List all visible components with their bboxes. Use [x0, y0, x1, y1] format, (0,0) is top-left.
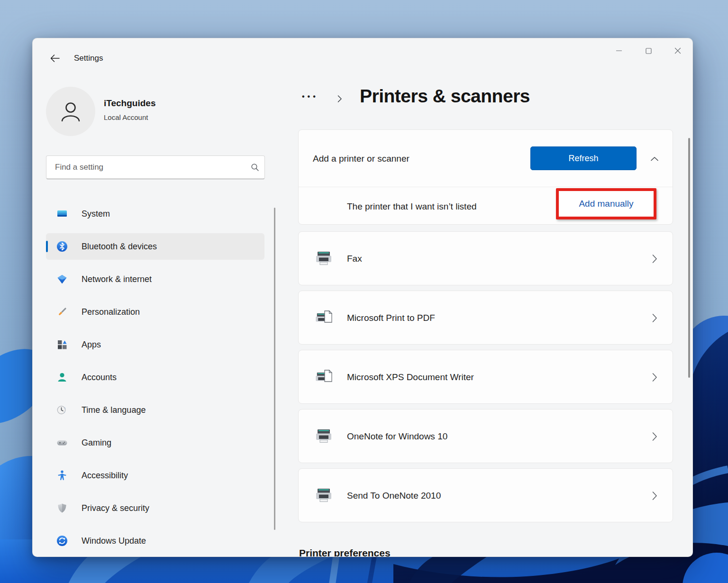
sidebar-item-label: Privacy & security	[82, 503, 149, 513]
user-account-type: Local Account	[104, 113, 148, 121]
printer-name: Fax	[347, 254, 362, 264]
breadcrumb-overflow-button[interactable]: •••	[302, 92, 318, 101]
search-icon	[246, 163, 264, 172]
personalization-icon	[56, 306, 68, 318]
sidebar-item-windows-update[interactable]: Windows Update	[46, 528, 264, 554]
network-icon	[56, 273, 68, 285]
avatar[interactable]	[46, 87, 95, 136]
sidebar-item-label: Gaming	[82, 438, 111, 448]
printer-row-xps-writer[interactable]: Microsoft XPS Document Writer	[298, 350, 673, 404]
gaming-icon	[56, 437, 68, 449]
maximize-icon	[646, 48, 652, 54]
sidebar-item-label: System	[82, 209, 110, 219]
chevron-up-icon	[650, 156, 659, 162]
time-language-icon	[56, 404, 68, 416]
printer-name: Microsoft Print to PDF	[347, 313, 435, 323]
system-icon	[56, 208, 68, 220]
sidebar-item-system[interactable]: System	[46, 200, 264, 227]
close-button[interactable]	[663, 38, 692, 63]
accounts-icon	[56, 371, 68, 383]
close-icon	[674, 47, 681, 54]
printer-preferences-heading: Printer preferences	[299, 547, 391, 557]
sidebar-item-accounts[interactable]: Accounts	[46, 364, 264, 391]
sidebar-item-privacy-security[interactable]: Privacy & security	[46, 495, 264, 521]
printer-icon	[315, 487, 333, 504]
selected-indicator	[46, 241, 48, 252]
chevron-right-icon	[652, 491, 657, 502]
sidebar-item-gaming[interactable]: Gaming	[46, 429, 264, 456]
add-printer-row: Add a printer or scanner Refresh	[299, 130, 673, 187]
sidebar-item-personalization[interactable]: Personalization	[46, 299, 264, 325]
chevron-right-icon	[652, 254, 657, 265]
arrow-left-icon	[50, 54, 60, 63]
search-input[interactable]	[46, 163, 246, 172]
add-manually-link[interactable]: Add manually	[579, 199, 633, 209]
search-box	[46, 155, 265, 179]
printer-list: Fax Microsoft Print to PDF Microsoft X	[298, 231, 673, 528]
shield-icon	[56, 502, 68, 514]
back-button[interactable]	[48, 52, 62, 65]
printer-name: OneNote for Windows 10	[347, 431, 447, 442]
desktop: Settings iTechguides Local Account	[0, 0, 728, 583]
minimize-icon	[616, 47, 622, 54]
person-outline-icon	[57, 98, 84, 125]
window-title: Settings	[74, 54, 103, 63]
settings-window: Settings iTechguides Local Account	[32, 38, 693, 557]
printer-name: Send To OneNote 2010	[347, 491, 441, 501]
sidebar-item-label: Apps	[82, 340, 101, 350]
sidebar-item-label: Time & language	[82, 405, 146, 415]
printer-row-print-to-pdf[interactable]: Microsoft Print to PDF	[298, 291, 673, 345]
page-title: Printers & scanners	[360, 86, 530, 107]
chevron-right-icon	[652, 432, 657, 443]
minimize-button[interactable]	[604, 38, 634, 63]
sidebar-item-bluetooth-devices[interactable]: Bluetooth & devices	[46, 233, 264, 260]
sidebar-item-label: Personalization	[82, 307, 140, 317]
red-highlight-annotation: Add manually	[556, 188, 656, 219]
sidebar-item-label: Windows Update	[82, 536, 146, 546]
printer-row-send-to-onenote[interactable]: Send To OneNote 2010	[298, 468, 673, 522]
sidebar-item-label: Bluetooth & devices	[82, 242, 157, 252]
printer-icon	[315, 250, 333, 267]
apps-icon	[56, 338, 68, 351]
sidebar-item-network-internet[interactable]: Network & internet	[46, 266, 264, 292]
maximize-button[interactable]	[634, 38, 663, 63]
add-printer-card: Add a printer or scanner Refresh The pri…	[298, 129, 673, 225]
chevron-right-icon	[652, 373, 657, 384]
printer-not-listed-text: The printer that I want isn’t listed	[347, 201, 477, 212]
accessibility-icon	[56, 469, 68, 482]
user-name: iTechguides	[104, 98, 155, 109]
sidebar-item-apps[interactable]: Apps	[46, 331, 264, 358]
printer-name: Microsoft XPS Document Writer	[347, 372, 474, 383]
printer-document-icon	[315, 310, 333, 327]
chevron-right-icon	[337, 95, 342, 105]
sidebar-item-label: Accessibility	[82, 471, 128, 481]
chevron-right-icon	[652, 313, 657, 325]
window-controls	[604, 38, 692, 65]
refresh-button[interactable]: Refresh	[530, 146, 637, 170]
sidebar-scrollbar[interactable]	[274, 208, 275, 530]
printer-icon	[315, 428, 333, 445]
windows-update-icon	[56, 535, 68, 547]
printer-row-onenote-win10[interactable]: OneNote for Windows 10	[298, 409, 673, 463]
printer-document-icon	[315, 369, 333, 386]
bluetooth-icon	[56, 240, 68, 253]
divider	[299, 187, 673, 187]
main-scrollbar[interactable]	[688, 138, 690, 378]
sidebar-nav: System Bluetooth & devices Network & int…	[46, 200, 265, 557]
collapse-button[interactable]	[648, 154, 661, 164]
sidebar-item-label: Network & internet	[82, 274, 152, 284]
printer-row-fax[interactable]: Fax	[298, 231, 673, 285]
sidebar-item-accessibility[interactable]: Accessibility	[46, 462, 264, 489]
add-printer-label: Add a printer or scanner	[313, 154, 410, 164]
sidebar-item-time-language[interactable]: Time & language	[46, 397, 264, 423]
sidebar-item-label: Accounts	[82, 373, 117, 383]
